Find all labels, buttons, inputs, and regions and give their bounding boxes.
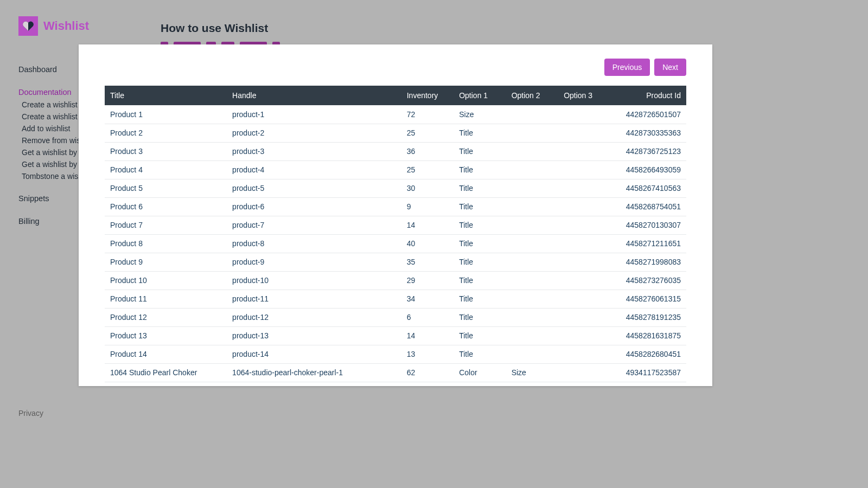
table-cell: Product 1: [105, 105, 227, 124]
table-cell: product-9: [227, 253, 401, 271]
table-cell: [558, 124, 610, 142]
table-cell: [506, 179, 558, 197]
table-cell: 4458267410563: [611, 179, 686, 197]
table-row[interactable]: Product 4product-425Title4458266493059: [105, 160, 686, 179]
table-cell: [558, 234, 610, 253]
table-cell: 4458268754051: [611, 197, 686, 216]
table-cell: 30: [401, 179, 454, 197]
table-row[interactable]: Product 12product-126Title4458278191235: [105, 308, 686, 326]
table-row[interactable]: Product 6product-69Title4458268754051: [105, 197, 686, 216]
table-header-cell: Option 1: [454, 86, 506, 105]
table-cell: Title: [454, 160, 506, 179]
table-cell: [558, 253, 610, 271]
table-cell: Product 2: [105, 124, 227, 142]
table-cell: [506, 105, 558, 124]
table-cell: 29: [401, 271, 454, 290]
table-cell: 4428736725123: [611, 142, 686, 160]
table-row[interactable]: Product 14product-1413Title4458282680451: [105, 345, 686, 363]
table-cell: Title: [454, 179, 506, 197]
table-row[interactable]: Huntington Teehuntington-tee-white-w-bla…: [105, 382, 686, 386]
table-row[interactable]: Product 2product-225Title4428730335363: [105, 124, 686, 142]
table-cell: Size: [454, 105, 506, 124]
main-panel[interactable]: Previous Next TitleHandleInventoryOption…: [79, 44, 712, 386]
pagination-row: Previous Next: [105, 59, 686, 76]
table-cell: 1064-studio-pearl-choker-pearl-1: [227, 363, 401, 382]
table-cell: Title: [454, 271, 506, 290]
table-cell: [506, 326, 558, 345]
table-cell: Product 5: [105, 179, 227, 197]
table-row[interactable]: 1064 Studio Pearl Choker1064-studio-pear…: [105, 363, 686, 382]
table-cell: Huntington Tee: [105, 382, 227, 386]
table-cell: [506, 142, 558, 160]
table-row[interactable]: Product 5product-530Title4458267410563: [105, 179, 686, 197]
table-cell: 72: [401, 105, 454, 124]
table-cell: [558, 326, 610, 345]
table-row[interactable]: Product 9product-935Title4458271998083: [105, 253, 686, 271]
table-body: Product 1product-172Size4428726501507Pro…: [105, 105, 686, 386]
table-cell: product-6: [227, 197, 401, 216]
table-cell: [558, 142, 610, 160]
table-cell: 35: [401, 253, 454, 271]
table-cell: [506, 197, 558, 216]
table-cell: [558, 382, 610, 386]
table-cell: [558, 179, 610, 197]
table-cell: [506, 216, 558, 234]
table-row[interactable]: Product 10product-1029Title4458273276035: [105, 271, 686, 290]
table-cell: 4458271998083: [611, 253, 686, 271]
nav-privacy[interactable]: Privacy: [18, 409, 43, 418]
table-cell: huntington-tee-white-w-black-2: [227, 382, 401, 386]
table-cell: [558, 105, 610, 124]
table-cell: 1064 Studio Pearl Choker: [105, 363, 227, 382]
products-table: TitleHandleInventoryOption 1Option 2Opti…: [105, 86, 686, 386]
table-cell: [506, 271, 558, 290]
table-header-cell: Option 3: [558, 86, 610, 105]
table-cell: product-10: [227, 271, 401, 290]
table-cell: [506, 253, 558, 271]
table-cell: 34: [401, 290, 454, 308]
table-cell: Color: [454, 382, 506, 386]
table-cell: 4428730335363: [611, 124, 686, 142]
table-cell: Title: [454, 253, 506, 271]
table-cell: [558, 345, 610, 363]
table-row[interactable]: Product 3product-336Title4428736725123: [105, 142, 686, 160]
table-header-row: TitleHandleInventoryOption 1Option 2Opti…: [105, 86, 686, 105]
table-cell: product-3: [227, 142, 401, 160]
table-cell: product-8: [227, 234, 401, 253]
table-cell: Product 10: [105, 271, 227, 290]
table-cell: [558, 363, 610, 382]
table-cell: Title: [454, 142, 506, 160]
table-header-cell: Title: [105, 86, 227, 105]
page-title: How to use Wishlist: [161, 22, 268, 35]
table-cell: [558, 160, 610, 179]
table-cell: 4458282680451: [611, 345, 686, 363]
table-cell: 14: [401, 216, 454, 234]
table-cell: 6: [401, 308, 454, 326]
table-cell: [506, 234, 558, 253]
table-cell: Title: [454, 124, 506, 142]
table-cell: 13: [401, 345, 454, 363]
table-cell: Title: [454, 234, 506, 253]
previous-button[interactable]: Previous: [604, 59, 650, 76]
table-header-cell: Handle: [227, 86, 401, 105]
table-cell: 4458266493059: [611, 160, 686, 179]
table-row[interactable]: Product 11product-1134Title4458276061315: [105, 290, 686, 308]
table-cell: Title: [454, 308, 506, 326]
table-cell: 25: [401, 160, 454, 179]
table-cell: 4458281631875: [611, 326, 686, 345]
table-cell: Title: [454, 345, 506, 363]
table-cell: 4458271211651: [611, 234, 686, 253]
table-row[interactable]: Product 8product-840Title4458271211651: [105, 234, 686, 253]
table-cell: 62: [401, 363, 454, 382]
table-cell: [506, 124, 558, 142]
table-row[interactable]: Product 1product-172Size4428726501507: [105, 105, 686, 124]
table-cell: [558, 197, 610, 216]
table-header-cell: Inventory: [401, 86, 454, 105]
table-cell: product-2: [227, 124, 401, 142]
table-cell: Product 6: [105, 197, 227, 216]
table-cell: Title: [454, 197, 506, 216]
table-cell: Product 8: [105, 234, 227, 253]
table-row[interactable]: Product 13product-1314Title4458281631875: [105, 326, 686, 345]
next-button[interactable]: Next: [654, 59, 686, 76]
table-cell: [558, 290, 610, 308]
table-row[interactable]: Product 7product-714Title4458270130307: [105, 216, 686, 234]
